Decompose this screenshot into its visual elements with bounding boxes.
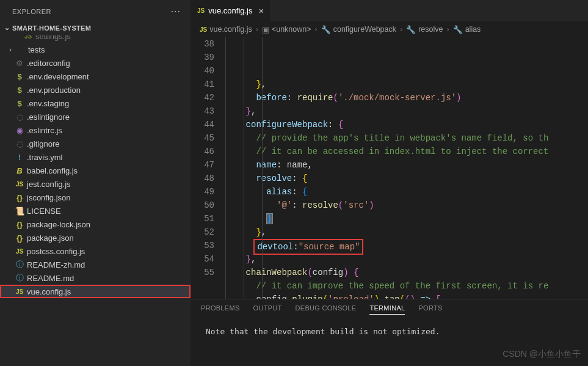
editor-area: JS vue.config.js × JSvue.config.js›▣<unk… [191, 0, 588, 366]
panel-tab-ports[interactable]: PORTS [418, 304, 442, 315]
panel-tab-terminal[interactable]: TERMINAL [369, 304, 405, 315]
code-line[interactable]: // it can be accessed in index.html to i… [225, 145, 588, 158]
breadcrumb-item[interactable]: ▣<unknown> [262, 25, 311, 34]
file-item[interactable]: JSsettings.js [0, 35, 191, 43]
code-line[interactable]: '@': resolve('src') [225, 199, 588, 212]
file-item[interactable]: $.env.development [0, 70, 191, 83]
code-line[interactable]: before: require('./mock/mock-server.js') [225, 91, 588, 104]
file-label: .env.staging [27, 99, 69, 108]
file-item[interactable]: JSjest.config.js [0, 177, 191, 191]
tab-vue-config[interactable]: JS vue.config.js × [191, 0, 270, 21]
more-actions-icon[interactable]: ··· [171, 6, 181, 17]
breadcrumb-separator: › [256, 25, 258, 34]
tab-label: vue.config.js [208, 6, 252, 15]
file-label: jsconfig.json [27, 193, 71, 202]
file-item[interactable]: 📜LICENSE [0, 204, 191, 218]
folder-item[interactable]: ›tests [0, 43, 191, 56]
file-label: .env.production [27, 86, 81, 95]
code-line[interactable]: // it can improve the speed of the first… [225, 279, 588, 293]
code-line[interactable]: config.plugin('preload').tap(() => [ [225, 293, 588, 299]
panel-tab-output[interactable]: OUTPUT [253, 304, 282, 315]
file-label: tests [28, 45, 45, 54]
brace-icon: {} [13, 193, 26, 202]
code-line[interactable]: alias: { [225, 185, 588, 199]
close-icon[interactable]: × [259, 5, 264, 16]
file-item[interactable]: Bbabel.config.js [0, 164, 191, 177]
info-icon: ⓘ [13, 273, 26, 284]
excl-icon: ! [13, 153, 26, 162]
panel-tab-debug-console[interactable]: DEBUG CONSOLE [296, 304, 357, 315]
gear-icon: ⚙ [13, 59, 26, 68]
js-icon: JS [13, 288, 26, 295]
code-lines[interactable]: }, before: require('./mock/mock-server.j… [225, 37, 588, 299]
js-icon: JS [22, 35, 34, 40]
file-label: babel.config.js [27, 166, 78, 175]
file-label: .travis.yml [27, 153, 63, 162]
file-label: package.json [27, 233, 74, 243]
js-icon: JS [197, 7, 205, 14]
file-label: README-zh.md [27, 260, 85, 269]
file-item[interactable]: {}package-lock.json [0, 218, 191, 231]
code-line[interactable]: resolve: { [225, 172, 588, 185]
tab-bar: JS vue.config.js × [191, 0, 588, 21]
code-line[interactable]: }, [225, 104, 588, 118]
panel-tabs: PROBLEMSOUTPUTDEBUG CONSOLETERMINALPORTS [191, 299, 588, 318]
file-item[interactable]: $.env.staging [0, 97, 191, 110]
code-line[interactable]: configureWebpack: { [225, 118, 588, 131]
code-line[interactable]: }, [225, 78, 588, 91]
code-line[interactable]: devtool:"source map" [225, 239, 588, 252]
circle-icon: ◌ [13, 139, 26, 148]
file-label: settings.js [35, 35, 71, 41]
file-label: .eslintignore [27, 112, 70, 122]
file-item[interactable]: JSvue.config.js [0, 285, 191, 298]
watermark: CSDN @小鱼小鱼干 [503, 349, 581, 360]
workspace-name: SMART-HOME-SYSTEM [12, 24, 91, 32]
breadcrumbs[interactable]: JSvue.config.js›▣<unknown>›🔧configureWeb… [191, 21, 588, 37]
chevron-down-icon: ⌄ [2, 24, 12, 32]
terminal-text: Note that the development build is not o… [206, 327, 440, 336]
file-label: postcss.config.js [27, 247, 85, 256]
file-item[interactable]: ⓘREADME.md [0, 271, 191, 285]
js-icon: JS [13, 248, 26, 255]
dollar-icon: $ [13, 72, 26, 81]
circle-icon: ◌ [13, 112, 26, 122]
code-line[interactable]: name: name, [225, 158, 588, 172]
info-icon: ⓘ [13, 259, 26, 270]
file-item[interactable]: {}package.json [0, 231, 191, 244]
code-line[interactable]: chainWebpack(config) { [225, 266, 588, 279]
file-label: vue.config.js [27, 287, 71, 296]
dollar-icon: $ [13, 99, 26, 108]
breadcrumb-separator: › [400, 25, 402, 34]
highlighted-code: devtool:"source map" [253, 239, 363, 255]
code-line[interactable]: // provide the app's title in webpack's … [225, 131, 588, 145]
file-label: .eslintrc.js [27, 126, 62, 135]
json-icon: {} [13, 220, 26, 229]
breadcrumb-item[interactable]: 🔧alias [453, 25, 481, 34]
code-line[interactable]: }, [225, 225, 588, 239]
file-label: README.md [27, 274, 74, 283]
file-item[interactable]: $.env.production [0, 83, 191, 97]
file-item[interactable]: ◉.eslintrc.js [0, 123, 191, 137]
breadcrumb-item[interactable]: 🔧resolve [406, 25, 443, 34]
code-line[interactable]: } [225, 212, 588, 225]
file-label: LICENSE [27, 207, 61, 216]
file-item[interactable]: ◌.eslintignore [0, 110, 191, 123]
file-item[interactable]: ⓘREADME-zh.md [0, 258, 191, 271]
workspace-section-header[interactable]: ⌄ SMART-HOME-SYSTEM [0, 22, 191, 35]
file-item[interactable]: !.travis.yml [0, 150, 191, 164]
file-item[interactable]: JSpostcss.config.js [0, 244, 191, 258]
terminal-content[interactable]: Note that the development build is not o… [191, 318, 588, 345]
breadcrumb-item[interactable]: 🔧configureWebpack [321, 25, 396, 34]
file-label: .gitignore [27, 139, 59, 148]
dollar-icon: $ [13, 86, 26, 95]
file-item[interactable]: {}jsconfig.json [0, 191, 191, 204]
file-item[interactable]: ⚙.editorconfig [0, 56, 191, 70]
breadcrumb-item[interactable]: JSvue.config.js [200, 25, 252, 34]
panel-tab-problems[interactable]: PROBLEMS [201, 304, 240, 315]
file-item[interactable]: ◌.gitignore [0, 137, 191, 150]
json-icon: {} [13, 233, 26, 243]
explorer-sidebar: EXPLORER ··· ⌄ SMART-HOME-SYSTEM JSsetti… [0, 0, 191, 366]
js-icon: JS [13, 181, 26, 188]
explorer-title: EXPLORER [12, 8, 51, 15]
code-editor[interactable]: 383940414243444546474849505152535455 }, … [191, 37, 588, 299]
